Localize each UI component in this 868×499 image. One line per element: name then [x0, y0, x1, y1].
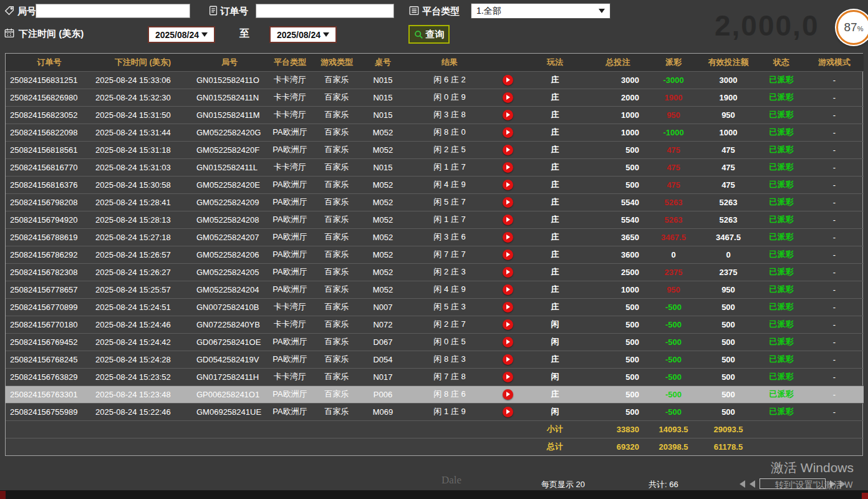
list-icon — [408, 5, 420, 16]
cell-table: P006 — [360, 385, 406, 403]
cell-table: M052 — [360, 263, 406, 281]
table-row[interactable]: 2508241567559892025-08-24 15:22:46GM0692… — [6, 403, 864, 420]
cell-game: 百家乐 — [314, 71, 360, 89]
cell-play — [493, 263, 522, 281]
play-video-icon[interactable] — [503, 389, 513, 400]
cell-side: 庄 — [522, 351, 588, 368]
cell-game: 百家乐 — [314, 211, 360, 228]
grand-total-total-bet: 69320 — [588, 438, 648, 455]
cell-order: 250824156794920 — [6, 211, 93, 228]
table-row[interactable]: 2508241567638292025-08-24 15:23:52GN0172… — [6, 368, 864, 385]
play-video-icon[interactable] — [503, 267, 513, 278]
column-header-status: 状态 — [758, 54, 805, 71]
cell-result: 闲 1 庄 7 — [406, 211, 493, 228]
query-button-label: 查询 — [426, 29, 445, 41]
play-video-icon[interactable] — [503, 110, 513, 120]
records-table: 订单号下注时间 (美东)局号平台类型游戏类型桌号结果玩法总投注派彩有效投注额状态… — [5, 53, 863, 456]
percentage-badge[interactable]: 87% — [836, 10, 868, 45]
play-video-icon[interactable] — [503, 180, 513, 190]
cell-time: 2025-08-24 15:31:03 — [93, 158, 193, 176]
table-row[interactable]: 2508241567694522025-08-24 15:24:42GD0672… — [6, 333, 864, 351]
order-number-input[interactable] — [256, 4, 394, 18]
table-row[interactable]: 2508241567982082025-08-24 15:28:41GM0522… — [6, 193, 864, 211]
table-row[interactable]: 2508241568220982025-08-24 15:31:44GM0522… — [6, 124, 864, 141]
cell-round: GM0522582420E — [193, 176, 266, 193]
play-video-icon[interactable] — [503, 284, 513, 295]
play-video-icon[interactable] — [503, 319, 513, 330]
cell-mode: - — [805, 403, 864, 420]
cell-status: 已派彩 — [758, 316, 805, 333]
subtotal-payout: 14093.5 — [648, 420, 699, 438]
table-row[interactable]: 2508241567633012025-08-24 15:23:48GP0062… — [6, 385, 864, 403]
play-video-icon[interactable] — [503, 162, 513, 173]
betting-records-screen: 局号 订单号 平台类型 1.全部 下注时间 (美东) 2025/08/24 至 … — [0, 0, 868, 499]
cell-status: 已派彩 — [758, 106, 805, 124]
cell-table: N072 — [360, 316, 406, 333]
table-row[interactable]: 2508241567886192025-08-24 15:27:18GM0522… — [6, 228, 864, 246]
cell-status: 已派彩 — [758, 403, 805, 420]
cell-total: 500 — [588, 403, 648, 420]
play-video-icon[interactable] — [503, 337, 513, 347]
prev-page-icon[interactable] — [750, 480, 755, 488]
round-number-input[interactable] — [36, 4, 190, 18]
cell-payout: 5263 — [648, 193, 699, 211]
table-row[interactable]: 2508241567949202025-08-24 15:28:13GM0522… — [6, 211, 864, 228]
play-video-icon[interactable] — [503, 197, 513, 208]
play-video-icon[interactable] — [503, 127, 513, 138]
cell-valid: 500 — [699, 298, 758, 316]
platform-type-select[interactable]: 1.全部 — [471, 3, 610, 19]
cell-valid: 950 — [699, 281, 758, 298]
play-video-icon[interactable] — [503, 215, 513, 225]
date-from-picker[interactable]: 2025/08/24 — [148, 26, 215, 43]
play-video-icon[interactable] — [503, 354, 513, 365]
windows-activation-watermark-line1: 激活 Windows — [771, 459, 854, 477]
table-row[interactable]: 2508241567708992025-08-24 15:24:51GN0072… — [6, 298, 864, 316]
cell-valid: 0 — [699, 246, 758, 263]
play-video-icon[interactable] — [503, 407, 513, 417]
cell-total: 500 — [588, 141, 648, 158]
column-header-result: 结果 — [406, 54, 493, 71]
cell-play — [493, 141, 522, 158]
cell-side: 庄 — [522, 228, 588, 246]
grand-total-label: 总计 — [522, 438, 588, 455]
table-row[interactable]: 2508241568312512025-08-24 15:33:06GN0152… — [6, 71, 864, 89]
table-row[interactable]: 2508241567682452025-08-24 15:24:28GD0542… — [6, 351, 864, 368]
table-row[interactable]: 2508241567786572025-08-24 15:25:57GM0522… — [6, 281, 864, 298]
cell-game: 百家乐 — [314, 106, 360, 124]
cell-platform: PA欧洲厅 — [266, 281, 314, 298]
play-video-icon[interactable] — [503, 145, 513, 155]
play-video-icon[interactable] — [503, 302, 513, 312]
table-row[interactable]: 2508241567862922025-08-24 15:26:57GM0522… — [6, 246, 864, 263]
cell-round: GN0072582410B — [193, 298, 266, 316]
table-row[interactable]: 2508241567701802025-08-24 15:24:46GN0722… — [6, 316, 864, 333]
cell-valid: 500 — [699, 316, 758, 333]
play-video-icon[interactable] — [503, 250, 513, 260]
cell-play — [493, 281, 522, 298]
cell-game: 百家乐 — [314, 263, 360, 281]
table-row[interactable]: 2508241567823082025-08-24 15:26:27GM0522… — [6, 263, 864, 281]
play-video-icon[interactable] — [503, 372, 513, 382]
play-video-icon[interactable] — [503, 232, 513, 243]
column-header-time: 下注时间 (美东) — [93, 54, 193, 71]
table-row[interactable]: 2508241568230522025-08-24 15:31:50GN0152… — [6, 106, 864, 124]
first-page-icon[interactable] — [740, 480, 745, 488]
play-video-icon[interactable] — [503, 75, 513, 85]
table-row[interactable]: 2508241568167702025-08-24 15:31:03GN0152… — [6, 158, 864, 176]
table-row[interactable]: 2508241568185612025-08-24 15:31:18GM0522… — [6, 141, 864, 158]
cell-play — [493, 106, 522, 124]
query-button[interactable]: 查询 — [408, 25, 450, 44]
table-row[interactable]: 2508241568269802025-08-24 15:32:30GN0152… — [6, 89, 864, 106]
cell-valid: 500 — [699, 368, 758, 385]
cell-order: 250824156778657 — [6, 281, 93, 298]
cell-game: 百家乐 — [314, 141, 360, 158]
cell-mode: - — [805, 298, 864, 316]
cell-payout: -1000 — [648, 124, 699, 141]
cell-order: 250824156823052 — [6, 106, 93, 124]
cell-side: 庄 — [522, 89, 588, 106]
table-row[interactable]: 2508241568163762025-08-24 15:30:58GM0522… — [6, 176, 864, 193]
play-video-icon[interactable] — [503, 92, 513, 103]
cell-time: 2025-08-24 15:22:46 — [93, 403, 193, 420]
date-to-picker[interactable]: 2025/08/24 — [269, 26, 337, 43]
cell-platform: PA欧洲厅 — [266, 246, 314, 263]
cell-result: 闲 7 庄 8 — [406, 368, 493, 385]
